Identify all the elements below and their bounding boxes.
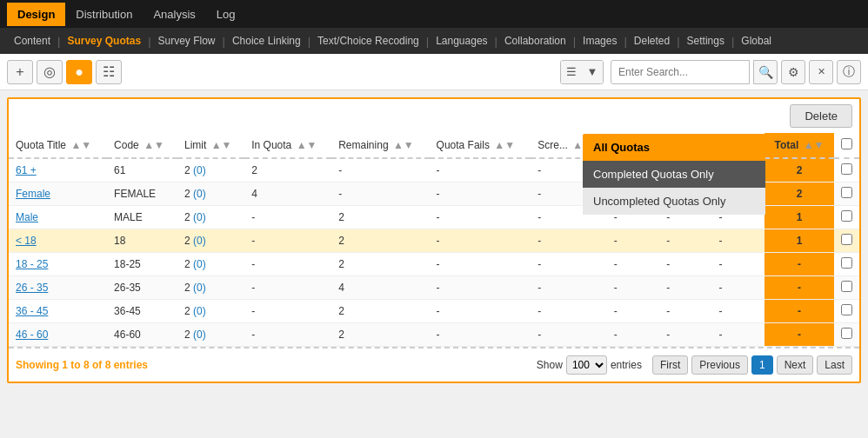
secnav-global[interactable]: Global [734, 31, 778, 50]
cell-checkbox [834, 229, 859, 253]
quota-title-link[interactable]: Female [16, 188, 50, 200]
add-button[interactable]: + [7, 60, 33, 84]
cell-title: 26 - 35 [9, 276, 107, 300]
pagination: First Previous 1 Next Last [652, 355, 852, 375]
entries-label: entries [611, 359, 642, 371]
table-button[interactable]: ☷ [96, 60, 122, 84]
toolbar: + ◎ ● ☷ ☰ ▼ 🔍 ⚙ ✕ ⓘ [0, 54, 868, 90]
dropdown-completed-only[interactable]: Completed Quotas Only [583, 161, 765, 188]
quota-button[interactable]: ● [66, 60, 92, 84]
row-checkbox[interactable] [841, 210, 852, 222]
col-header-quota-fails[interactable]: Quota Fails ▲▼ [430, 133, 531, 158]
info-button[interactable]: ⓘ [837, 60, 861, 84]
list-view-button[interactable]: ☰ [561, 60, 582, 84]
col-header-title[interactable]: Quota Title ▲▼ [9, 133, 107, 158]
nav-distribution[interactable]: Distribution [65, 3, 143, 26]
quota-title-link[interactable]: 46 - 60 [16, 328, 48, 341]
settings-icon-button[interactable]: ⚙ [781, 60, 805, 84]
secnav-survey-flow[interactable]: Survey Flow [151, 31, 223, 50]
page-1-button[interactable]: 1 [751, 355, 773, 375]
cell-scre: - [531, 276, 606, 300]
next-page-button[interactable]: Next [777, 355, 814, 375]
quota-title-link[interactable]: 18 - 25 [16, 258, 48, 270]
secnav-deleted[interactable]: Deleted [627, 31, 677, 50]
cell-in-quota: 2 [244, 158, 331, 182]
secnav-choice-linking[interactable]: Choice Linking [225, 31, 308, 50]
secnav-content[interactable]: Content [7, 31, 57, 50]
row-checkbox[interactable] [841, 187, 852, 198]
search-button[interactable]: 🔍 [753, 60, 778, 84]
top-navigation: Design Distribution Analysis Log [0, 0, 868, 28]
cell-remaining: 2 [331, 229, 429, 253]
filter-dropdown: All Quotas Completed Quotas Only Uncompl… [583, 134, 765, 215]
cell-remaining: 4 [331, 276, 429, 300]
cell-col8: - [659, 253, 711, 276]
cell-title: 36 - 45 [9, 300, 107, 323]
quota-title-link[interactable]: 36 - 45 [16, 305, 48, 317]
cell-code: 18-25 [107, 253, 177, 276]
first-page-button[interactable]: First [652, 355, 688, 375]
cell-col7: - [607, 229, 659, 253]
close-icon-button[interactable]: ✕ [809, 60, 833, 84]
cell-code: 18 [107, 229, 177, 253]
cell-remaining: 2 [331, 300, 429, 323]
cell-remaining: 2 [331, 323, 429, 347]
cell-scre: - [531, 229, 606, 253]
secnav-collaboration[interactable]: Collaboration [497, 31, 573, 50]
cell-remaining: - [331, 158, 429, 182]
dropdown-toggle-button[interactable]: ▼ [582, 60, 603, 84]
nav-log[interactable]: Log [206, 3, 246, 26]
quota-title-link[interactable]: 61 + [16, 164, 37, 176]
sort-icon-remaining: ▲▼ [393, 139, 414, 151]
target-button[interactable]: ◎ [37, 60, 63, 84]
col-header-code[interactable]: Code ▲▼ [107, 133, 177, 158]
cell-quota-fails: - [430, 158, 531, 182]
col-header-in-quota[interactable]: In Quota ▲▼ [244, 133, 331, 158]
showing-prefix: Showing [16, 359, 62, 371]
select-all-checkbox[interactable] [841, 138, 852, 149]
col-header-limit[interactable]: Limit ▲▼ [177, 133, 244, 158]
showing-bold: 1 [62, 359, 68, 371]
secnav-languages[interactable]: Languages [429, 31, 494, 50]
quota-title-link[interactable]: < 18 [16, 235, 37, 247]
row-checkbox[interactable] [841, 234, 852, 245]
cell-limit: 2 (0) [177, 182, 244, 206]
cell-in-quota: - [244, 229, 331, 253]
cell-checkbox [834, 182, 859, 206]
row-checkbox[interactable] [841, 163, 852, 175]
nav-design[interactable]: Design [7, 3, 65, 26]
table-footer: Showing 1 to 8 of 8 entries Show 100 50 … [9, 347, 859, 382]
sort-icon-in-quota: ▲▼ [297, 139, 317, 151]
secondary-navigation: Content | Survey Quotas | Survey Flow | … [0, 28, 868, 54]
sort-icon-code: ▲▼ [144, 139, 164, 151]
nav-analysis[interactable]: Analysis [143, 3, 205, 26]
cell-scre: - [531, 323, 606, 347]
cell-total: - [765, 323, 834, 347]
delete-button[interactable]: Delete [790, 104, 852, 128]
row-checkbox[interactable] [841, 304, 852, 315]
action-bar: Delete [9, 99, 859, 133]
last-page-button[interactable]: Last [817, 355, 852, 375]
search-input[interactable] [611, 60, 750, 84]
col-header-total[interactable]: Total ▲▼ [765, 133, 834, 158]
show-select[interactable]: 100 50 25 [566, 355, 607, 375]
dropdown-header[interactable]: All Quotas [583, 134, 765, 161]
prev-page-button[interactable]: Previous [691, 355, 748, 375]
cell-quota-fails: - [430, 206, 531, 229]
quota-title-link[interactable]: Male [16, 211, 38, 223]
row-checkbox[interactable] [841, 257, 852, 269]
row-checkbox[interactable] [841, 328, 852, 339]
cell-col7: - [607, 323, 659, 347]
secnav-survey-quotas[interactable]: Survey Quotas [60, 31, 148, 50]
cell-col7: - [607, 300, 659, 323]
secnav-text-choice[interactable]: Text/Choice Recoding [310, 31, 426, 50]
cell-limit: 2 (0) [177, 276, 244, 300]
cell-title: 18 - 25 [9, 253, 107, 276]
dropdown-uncompleted-only[interactable]: Uncompleted Quotas Only [583, 188, 765, 215]
col-header-remaining[interactable]: Remaining ▲▼ [331, 133, 429, 158]
secnav-settings[interactable]: Settings [680, 31, 731, 50]
quota-title-link[interactable]: 26 - 35 [16, 282, 48, 294]
cell-title: 46 - 60 [9, 323, 107, 347]
row-checkbox[interactable] [841, 281, 852, 292]
secnav-images[interactable]: Images [576, 31, 624, 50]
